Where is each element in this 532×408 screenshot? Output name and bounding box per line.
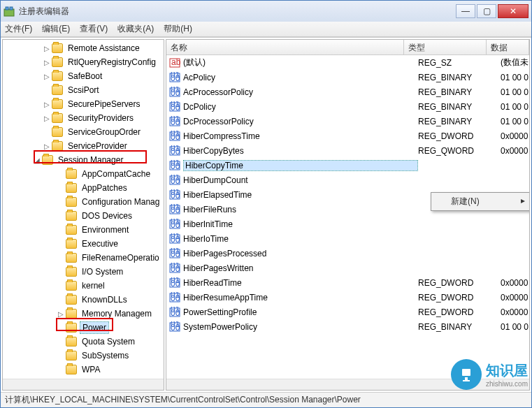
tree-item[interactable]: ◢Session Manager [3, 153, 164, 167]
list-row[interactable]: 01100011HiberCopyTime [166, 158, 529, 173]
list-row[interactable]: 01100011HiberIoTime [166, 231, 529, 246]
tree-label: Quota System [80, 336, 137, 347]
context-item-new[interactable]: 新建(N)▸ [431, 193, 530, 210]
svg-text:0011: 0011 [171, 249, 180, 259]
tree-item[interactable]: Executive [3, 237, 164, 251]
tree-item[interactable]: Configuration Manag [3, 195, 164, 209]
tree-label: Executive [80, 238, 120, 249]
list-row[interactable]: 01100011HiberDumpCount [166, 173, 529, 187]
tree-label: ScsiPort [66, 85, 101, 96]
value-name: DcProcessorPolicy [183, 117, 418, 126]
list-row[interactable]: 01100011AcProcessorPolicyREG_BINARY01 00… [166, 85, 529, 99]
list-row[interactable]: 01100011HiberCopyBytesREG_QWORD0x0000 [166, 143, 529, 158]
list-row[interactable]: 01100011PowerSettingProfileREG_DWORD0x00… [166, 305, 529, 319]
list-row[interactable]: 01100011HiberReadTimeREG_DWORD0x0000 [166, 275, 529, 290]
tree-item[interactable]: kernel [3, 279, 164, 293]
value-name: AcPolicy [183, 73, 418, 82]
minimize-button[interactable]: — [456, 4, 475, 18]
tree-item[interactable]: Environment [3, 223, 164, 237]
close-button[interactable]: ✕ [498, 4, 529, 18]
tree-pane[interactable]: ▷Remote Assistance▷RtlQueryRegistryConfi… [2, 39, 164, 391]
list-row[interactable]: ab(默认)REG_SZ(数值未 [166, 55, 529, 70]
tree-label: FileRenameOperatio [80, 252, 161, 263]
tree-item[interactable]: ▷SafeBoot [3, 69, 164, 83]
tree-item[interactable]: ▷SecurePipeServers [3, 97, 164, 111]
folder-icon [52, 57, 63, 67]
tree-item[interactable]: ScsiPort [3, 83, 164, 97]
folder-icon [52, 43, 63, 53]
folder-icon [52, 113, 63, 123]
list-row[interactable]: 01100011HiberPagesWritten [166, 261, 529, 275]
tree-item[interactable]: KnownDLLs [3, 293, 164, 307]
list-pane[interactable]: 名称 类型 数据 ab(默认)REG_SZ(数值未01100011AcPolic… [166, 39, 530, 391]
menu-edit[interactable]: 编辑(E) [42, 23, 70, 35]
col-type[interactable]: 类型 [404, 40, 487, 54]
tree-hscroll[interactable] [3, 379, 164, 390]
list-row[interactable]: 01100011AcPolicyREG_BINARY01 00 0 [166, 70, 529, 85]
binary-value-icon: 01100011 [169, 189, 180, 201]
list-row[interactable]: 01100011SystemPowerPolicyREG_BINARY01 00… [166, 319, 529, 334]
binary-value-icon: 01100011 [169, 145, 180, 156]
tree-item[interactable]: ▷RtlQueryRegistryConfig [3, 55, 164, 69]
tree-item[interactable]: ▷Remote Assistance [3, 41, 164, 55]
list-row[interactable]: 01100011HiberCompressTimeREG_DWORD0x0000 [166, 129, 529, 143]
value-name: HiberPagesProcessed [183, 249, 418, 258]
list-row[interactable]: 01100011HiberPagesProcessed [166, 246, 529, 261]
list-row[interactable]: 01100011HiberInitTime [166, 217, 529, 231]
folder-icon [52, 85, 63, 95]
svg-rect-1 [6, 7, 8, 10]
folder-icon [66, 267, 77, 277]
tree-item[interactable]: WPA [3, 363, 164, 377]
menu-favorites[interactable]: 收藏夹(A) [117, 23, 154, 35]
maximize-button[interactable]: ▢ [477, 4, 496, 18]
twisty-icon[interactable]: ▷ [42, 143, 52, 150]
col-data[interactable]: 数据 [487, 40, 529, 54]
tree-item[interactable]: AppCompatCache [3, 167, 164, 181]
value-data: 01 00 0 [501, 117, 529, 126]
twisty-icon[interactable]: ▷ [56, 310, 66, 318]
value-data: 0x0000 [501, 146, 529, 156]
twisty-icon[interactable]: ◢ [32, 156, 42, 164]
tree-item[interactable]: Quota System [3, 335, 164, 349]
tree-label: I/O System [80, 266, 125, 277]
value-type: REG_BINARY [418, 87, 501, 97]
tree-label: ServiceGroupOrder [66, 126, 143, 138]
value-name: HiberDumpCount [183, 175, 418, 185]
twisty-icon[interactable]: ▷ [42, 115, 52, 122]
value-type: REG_DWORD [418, 307, 501, 317]
statusbar: 计算机\HKEY_LOCAL_MACHINE\SYSTEM\CurrentCon… [1, 392, 531, 407]
svg-text:0011: 0011 [171, 103, 180, 112]
tree-item[interactable]: FileRenameOperatio [3, 251, 164, 265]
twisty-icon[interactable]: ▷ [42, 73, 52, 80]
menu-file[interactable]: 文件(F) [5, 23, 32, 35]
tree-item[interactable]: ▷ServiceProvider [3, 139, 164, 153]
folder-icon [66, 337, 77, 347]
svg-text:0011: 0011 [171, 323, 180, 333]
value-data: 01 00 0 [501, 87, 529, 97]
tree-item[interactable]: ▷Memory Managem [3, 307, 164, 321]
folder-icon [42, 155, 53, 165]
tree-item[interactable]: Power [3, 321, 164, 335]
binary-value-icon: 01100011 [169, 292, 180, 303]
col-name[interactable]: 名称 [166, 40, 404, 54]
list-row[interactable]: 01100011DcProcessorPolicyREG_BINARY01 00… [166, 114, 529, 129]
menu-view[interactable]: 查看(V) [80, 23, 108, 35]
binary-value-icon: 01100011 [169, 160, 180, 171]
svg-text:0011: 0011 [171, 279, 180, 289]
list-row[interactable]: 01100011DcPolicyREG_BINARY01 00 0 [166, 99, 529, 114]
twisty-icon[interactable]: ▷ [42, 101, 52, 108]
svg-text:0011: 0011 [171, 220, 180, 230]
status-path: 计算机\HKEY_LOCAL_MACHINE\SYSTEM\CurrentCon… [5, 394, 361, 406]
list-row[interactable]: 01100011HiberResumeAppTimeREG_DWORD0x000… [166, 290, 529, 305]
tree-item[interactable]: I/O System [3, 265, 164, 279]
value-type: REG_DWORD [418, 131, 501, 141]
tree-item[interactable]: AppPatches [3, 181, 164, 195]
twisty-icon[interactable]: ▷ [42, 59, 52, 66]
twisty-icon[interactable]: ▷ [42, 45, 52, 52]
menu-help[interactable]: 帮助(H) [164, 23, 192, 35]
tree-item[interactable]: ▷SecurityProviders [3, 111, 164, 125]
tree-item[interactable]: DOS Devices [3, 209, 164, 223]
tree-item[interactable]: SubSystems [3, 349, 164, 363]
value-name: HiberCompressTime [183, 131, 418, 141]
tree-item[interactable]: ServiceGroupOrder [3, 125, 164, 139]
